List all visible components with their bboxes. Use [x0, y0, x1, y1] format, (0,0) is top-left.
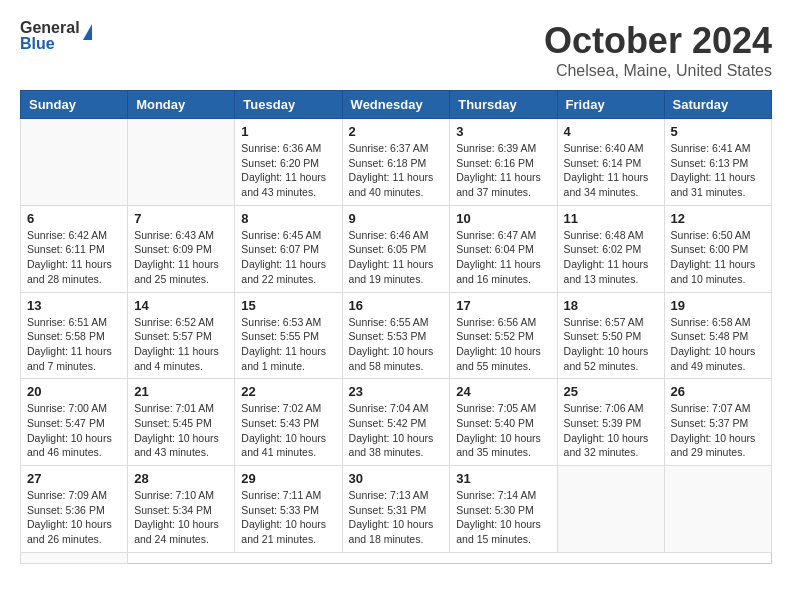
day-number: 14 — [134, 298, 228, 313]
day-number: 17 — [456, 298, 550, 313]
sunrise-text: Sunrise: 6:40 AM — [564, 142, 644, 154]
daylight-text: Daylight: 11 hours and 13 minutes. — [564, 258, 649, 285]
sunset-text: Sunset: 6:05 PM — [349, 243, 427, 255]
daylight-text: Daylight: 11 hours and 19 minutes. — [349, 258, 434, 285]
daylight-text: Daylight: 11 hours and 16 minutes. — [456, 258, 541, 285]
calendar-day-cell: 24Sunrise: 7:05 AMSunset: 5:40 PMDayligh… — [450, 379, 557, 466]
sunset-text: Sunset: 6:07 PM — [241, 243, 319, 255]
logo: General Blue — [20, 20, 92, 52]
sunrise-text: Sunrise: 6:36 AM — [241, 142, 321, 154]
sunrise-text: Sunrise: 7:01 AM — [134, 402, 214, 414]
daylight-text: Daylight: 10 hours and 35 minutes. — [456, 432, 541, 459]
day-number: 8 — [241, 211, 335, 226]
day-number: 27 — [27, 471, 121, 486]
day-info: Sunrise: 6:42 AMSunset: 6:11 PMDaylight:… — [27, 228, 121, 287]
calendar-day-cell — [21, 552, 128, 563]
day-info: Sunrise: 6:36 AMSunset: 6:20 PMDaylight:… — [241, 141, 335, 200]
calendar-week-row: 20Sunrise: 7:00 AMSunset: 5:47 PMDayligh… — [21, 379, 772, 466]
calendar-day-cell: 13Sunrise: 6:51 AMSunset: 5:58 PMDayligh… — [21, 292, 128, 379]
sunset-text: Sunset: 5:50 PM — [564, 330, 642, 342]
day-info: Sunrise: 6:56 AMSunset: 5:52 PMDaylight:… — [456, 315, 550, 374]
sunset-text: Sunset: 5:58 PM — [27, 330, 105, 342]
sunset-text: Sunset: 5:30 PM — [456, 504, 534, 516]
calendar-day-cell: 6Sunrise: 6:42 AMSunset: 6:11 PMDaylight… — [21, 205, 128, 292]
day-number: 20 — [27, 384, 121, 399]
daylight-text: Daylight: 10 hours and 43 minutes. — [134, 432, 219, 459]
daylight-text: Daylight: 11 hours and 43 minutes. — [241, 171, 326, 198]
day-number: 12 — [671, 211, 765, 226]
calendar-day-cell: 3Sunrise: 6:39 AMSunset: 6:16 PMDaylight… — [450, 119, 557, 206]
daylight-text: Daylight: 11 hours and 22 minutes. — [241, 258, 326, 285]
calendar-day-cell: 29Sunrise: 7:11 AMSunset: 5:33 PMDayligh… — [235, 466, 342, 553]
calendar-day-cell: 8Sunrise: 6:45 AMSunset: 6:07 PMDaylight… — [235, 205, 342, 292]
calendar-day-cell: 7Sunrise: 6:43 AMSunset: 6:09 PMDaylight… — [128, 205, 235, 292]
sunset-text: Sunset: 5:34 PM — [134, 504, 212, 516]
daylight-text: Daylight: 10 hours and 18 minutes. — [349, 518, 434, 545]
sunrise-text: Sunrise: 6:50 AM — [671, 229, 751, 241]
daylight-text: Daylight: 10 hours and 46 minutes. — [27, 432, 112, 459]
weekday-header-friday: Friday — [557, 91, 664, 119]
sunset-text: Sunset: 6:00 PM — [671, 243, 749, 255]
day-info: Sunrise: 7:11 AMSunset: 5:33 PMDaylight:… — [241, 488, 335, 547]
daylight-text: Daylight: 11 hours and 37 minutes. — [456, 171, 541, 198]
sunset-text: Sunset: 6:14 PM — [564, 157, 642, 169]
calendar-day-cell: 2Sunrise: 6:37 AMSunset: 6:18 PMDaylight… — [342, 119, 450, 206]
calendar-day-cell: 5Sunrise: 6:41 AMSunset: 6:13 PMDaylight… — [664, 119, 771, 206]
day-info: Sunrise: 7:00 AMSunset: 5:47 PMDaylight:… — [27, 401, 121, 460]
sunrise-text: Sunrise: 6:58 AM — [671, 316, 751, 328]
day-number: 4 — [564, 124, 658, 139]
sunrise-text: Sunrise: 6:45 AM — [241, 229, 321, 241]
weekday-header-monday: Monday — [128, 91, 235, 119]
day-info: Sunrise: 7:13 AMSunset: 5:31 PMDaylight:… — [349, 488, 444, 547]
daylight-text: Daylight: 10 hours and 58 minutes. — [349, 345, 434, 372]
sunset-text: Sunset: 5:47 PM — [27, 417, 105, 429]
day-info: Sunrise: 7:07 AMSunset: 5:37 PMDaylight:… — [671, 401, 765, 460]
calendar-day-cell: 28Sunrise: 7:10 AMSunset: 5:34 PMDayligh… — [128, 466, 235, 553]
sunset-text: Sunset: 6:20 PM — [241, 157, 319, 169]
day-info: Sunrise: 7:06 AMSunset: 5:39 PMDaylight:… — [564, 401, 658, 460]
calendar-day-cell: 12Sunrise: 6:50 AMSunset: 6:00 PMDayligh… — [664, 205, 771, 292]
logo-triangle-icon — [83, 24, 92, 40]
calendar-week-row: 27Sunrise: 7:09 AMSunset: 5:36 PMDayligh… — [21, 466, 772, 553]
sunset-text: Sunset: 5:42 PM — [349, 417, 427, 429]
day-number: 19 — [671, 298, 765, 313]
day-info: Sunrise: 6:58 AMSunset: 5:48 PMDaylight:… — [671, 315, 765, 374]
calendar-day-cell: 16Sunrise: 6:55 AMSunset: 5:53 PMDayligh… — [342, 292, 450, 379]
day-number: 29 — [241, 471, 335, 486]
weekday-header-tuesday: Tuesday — [235, 91, 342, 119]
sunset-text: Sunset: 6:09 PM — [134, 243, 212, 255]
sunrise-text: Sunrise: 6:46 AM — [349, 229, 429, 241]
weekday-header-sunday: Sunday — [21, 91, 128, 119]
logo-blue: Blue — [20, 36, 80, 52]
daylight-text: Daylight: 10 hours and 49 minutes. — [671, 345, 756, 372]
calendar-day-cell: 17Sunrise: 6:56 AMSunset: 5:52 PMDayligh… — [450, 292, 557, 379]
month-title: October 2024 — [544, 20, 772, 62]
day-number: 11 — [564, 211, 658, 226]
day-number: 13 — [27, 298, 121, 313]
calendar-day-cell: 1Sunrise: 6:36 AMSunset: 6:20 PMDaylight… — [235, 119, 342, 206]
day-number: 3 — [456, 124, 550, 139]
calendar-day-cell: 25Sunrise: 7:06 AMSunset: 5:39 PMDayligh… — [557, 379, 664, 466]
day-number: 9 — [349, 211, 444, 226]
logo-general: General — [20, 20, 80, 36]
day-info: Sunrise: 6:39 AMSunset: 6:16 PMDaylight:… — [456, 141, 550, 200]
calendar-day-cell: 4Sunrise: 6:40 AMSunset: 6:14 PMDaylight… — [557, 119, 664, 206]
daylight-text: Daylight: 11 hours and 10 minutes. — [671, 258, 756, 285]
day-info: Sunrise: 6:55 AMSunset: 5:53 PMDaylight:… — [349, 315, 444, 374]
day-info: Sunrise: 6:43 AMSunset: 6:09 PMDaylight:… — [134, 228, 228, 287]
day-info: Sunrise: 6:47 AMSunset: 6:04 PMDaylight:… — [456, 228, 550, 287]
sunrise-text: Sunrise: 7:10 AM — [134, 489, 214, 501]
sunset-text: Sunset: 6:11 PM — [27, 243, 105, 255]
day-info: Sunrise: 6:51 AMSunset: 5:58 PMDaylight:… — [27, 315, 121, 374]
weekday-header-thursday: Thursday — [450, 91, 557, 119]
daylight-text: Daylight: 10 hours and 15 minutes. — [456, 518, 541, 545]
day-info: Sunrise: 6:50 AMSunset: 6:00 PMDaylight:… — [671, 228, 765, 287]
sunset-text: Sunset: 6:13 PM — [671, 157, 749, 169]
sunrise-text: Sunrise: 6:43 AM — [134, 229, 214, 241]
calendar-day-cell — [557, 466, 664, 553]
sunset-text: Sunset: 5:48 PM — [671, 330, 749, 342]
sunrise-text: Sunrise: 7:09 AM — [27, 489, 107, 501]
daylight-text: Daylight: 11 hours and 40 minutes. — [349, 171, 434, 198]
sunset-text: Sunset: 5:45 PM — [134, 417, 212, 429]
day-number: 5 — [671, 124, 765, 139]
